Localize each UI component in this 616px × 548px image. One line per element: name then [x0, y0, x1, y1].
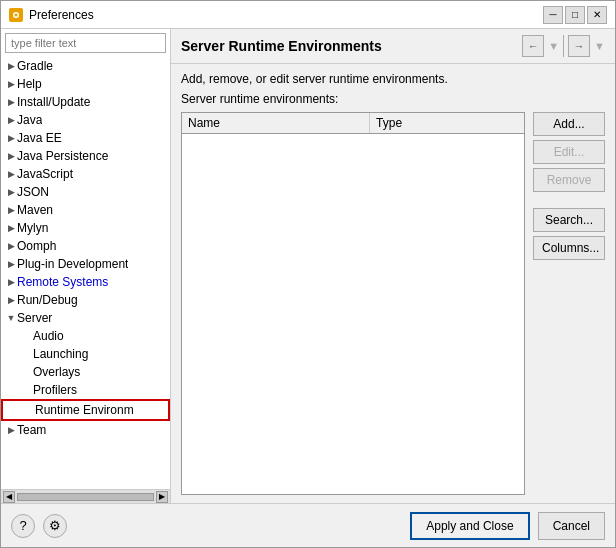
sidebar-item-label: Run/Debug	[17, 293, 78, 307]
minimize-button[interactable]: ─	[543, 6, 563, 24]
sidebar-item-help[interactable]: ▶ Help	[1, 75, 170, 93]
cancel-button[interactable]: Cancel	[538, 512, 605, 540]
sidebar-item-label: Oomph	[17, 239, 56, 253]
expand-arrow: ▶	[5, 205, 17, 215]
settings-button[interactable]: ⚙	[43, 514, 67, 538]
env-table-area: Name Type Add... Edit... Remove Search..…	[181, 112, 605, 495]
sidebar-item-server-runtime[interactable]: Runtime Environm	[1, 399, 170, 421]
sidebar-item-plugin-dev[interactable]: ▶ Plug-in Development	[1, 255, 170, 273]
sidebar-item-label: Plug-in Development	[17, 257, 128, 271]
sidebar-item-label: Java Persistence	[17, 149, 108, 163]
expand-arrow: ▼	[5, 313, 17, 323]
expand-arrow: ▶	[5, 223, 17, 233]
sidebar-item-java-ee[interactable]: ▶ Java EE	[1, 129, 170, 147]
settings-icon: ⚙	[49, 518, 61, 533]
close-button[interactable]: ✕	[587, 6, 607, 24]
description-text: Add, remove, or edit server runtime envi…	[181, 72, 605, 86]
sidebar-item-mylyn[interactable]: ▶ Mylyn	[1, 219, 170, 237]
scroll-left-arrow[interactable]: ◀	[3, 491, 15, 503]
preferences-window: Preferences ─ □ ✕ ▶ Gradle ▶ Help	[0, 0, 616, 548]
sidebar-item-label: Java EE	[17, 131, 62, 145]
expand-arrow: ▶	[5, 259, 17, 269]
help-icon: ?	[19, 518, 26, 533]
sidebar-item-label: Remote Systems	[17, 275, 108, 289]
env-table-body[interactable]	[182, 134, 524, 494]
sidebar-item-label: Runtime Environm	[35, 403, 134, 417]
sidebar-item-remote-systems[interactable]: ▶ Remote Systems	[1, 273, 170, 291]
sidebar-item-label: Maven	[17, 203, 53, 217]
sidebar-item-server-overlays[interactable]: Overlays	[1, 363, 170, 381]
sidebar-scrollbar-x[interactable]: ◀ ▶	[1, 489, 170, 503]
expand-arrow: ▶	[5, 169, 17, 179]
remove-button[interactable]: Remove	[533, 168, 605, 192]
sidebar-item-java[interactable]: ▶ Java	[1, 111, 170, 129]
sidebar-item-team[interactable]: ▶ Team	[1, 421, 170, 439]
scroll-right-arrow[interactable]: ▶	[156, 491, 168, 503]
footer: ? ⚙ Apply and Close Cancel	[1, 503, 615, 547]
maximize-button[interactable]: □	[565, 6, 585, 24]
expand-arrow: ▶	[5, 61, 17, 71]
svg-point-2	[15, 13, 18, 16]
env-table: Name Type	[181, 112, 525, 495]
window-title: Preferences	[29, 8, 94, 22]
apply-close-button[interactable]: Apply and Close	[410, 512, 529, 540]
panel-title: Server Runtime Environments	[181, 38, 382, 54]
right-body: Add, remove, or edit server runtime envi…	[171, 64, 615, 503]
sidebar-item-label: Audio	[33, 329, 64, 343]
edit-button[interactable]: Edit...	[533, 140, 605, 164]
expand-arrow: ▶	[5, 151, 17, 161]
expand-arrow: ▶	[5, 241, 17, 251]
sidebar-item-label: JSON	[17, 185, 49, 199]
columns-button[interactable]: Columns...	[533, 236, 605, 260]
sidebar-item-gradle[interactable]: ▶ Gradle	[1, 57, 170, 75]
nav-separator: ▼	[548, 40, 559, 52]
scroll-thumb[interactable]	[17, 493, 154, 501]
search-button[interactable]: Search...	[533, 208, 605, 232]
sidebar-item-server-audio[interactable]: Audio	[1, 327, 170, 345]
expand-arrow: ▶	[5, 425, 17, 435]
title-controls: ─ □ ✕	[543, 6, 607, 24]
footer-right: Apply and Close Cancel	[410, 512, 605, 540]
sidebar-item-label: Profilers	[33, 383, 77, 397]
sidebar-item-label: JavaScript	[17, 167, 73, 181]
env-buttons: Add... Edit... Remove Search... Columns.…	[533, 112, 605, 495]
sidebar-item-server-launching[interactable]: Launching	[1, 345, 170, 363]
forward-button[interactable]: →	[568, 35, 590, 57]
sidebar-item-json[interactable]: ▶ JSON	[1, 183, 170, 201]
sidebar: ▶ Gradle ▶ Help ▶ Install/Update ▶ Java	[1, 29, 171, 503]
title-bar-left: Preferences	[9, 8, 94, 22]
expand-arrow: ▶	[5, 115, 17, 125]
button-spacer	[533, 196, 605, 204]
right-header: Server Runtime Environments ← ▼ → ▼	[171, 29, 615, 64]
sidebar-item-label: Java	[17, 113, 42, 127]
expand-arrow: ▶	[5, 187, 17, 197]
expand-arrow: ▶	[5, 295, 17, 305]
add-button[interactable]: Add...	[533, 112, 605, 136]
sidebar-item-run-debug[interactable]: ▶ Run/Debug	[1, 291, 170, 309]
help-button[interactable]: ?	[11, 514, 35, 538]
filter-input[interactable]	[5, 33, 166, 53]
nav-arrows: ← ▼ → ▼	[522, 35, 605, 57]
sidebar-item-maven[interactable]: ▶ Maven	[1, 201, 170, 219]
sidebar-item-label: Mylyn	[17, 221, 48, 235]
sidebar-item-label: Overlays	[33, 365, 80, 379]
sidebar-item-server[interactable]: ▼ Server	[1, 309, 170, 327]
sidebar-item-label: Install/Update	[17, 95, 90, 109]
sidebar-item-oomph[interactable]: ▶ Oomph	[1, 237, 170, 255]
sidebar-item-install-update[interactable]: ▶ Install/Update	[1, 93, 170, 111]
env-table-header: Name Type	[182, 113, 524, 134]
window-icon	[9, 8, 23, 22]
sidebar-item-javascript[interactable]: ▶ JavaScript	[1, 165, 170, 183]
sidebar-item-server-profilers[interactable]: Profilers	[1, 381, 170, 399]
right-panel: Server Runtime Environments ← ▼ → ▼ Add,…	[171, 29, 615, 503]
back-button[interactable]: ←	[522, 35, 544, 57]
footer-left: ? ⚙	[11, 514, 67, 538]
sidebar-item-label: Team	[17, 423, 46, 437]
expand-arrow: ▶	[5, 79, 17, 89]
col-name-header: Name	[182, 113, 370, 133]
main-content: ▶ Gradle ▶ Help ▶ Install/Update ▶ Java	[1, 29, 615, 503]
expand-arrow: ▶	[5, 133, 17, 143]
expand-arrow: ▶	[5, 97, 17, 107]
sidebar-item-java-persistence[interactable]: ▶ Java Persistence	[1, 147, 170, 165]
environments-label: Server runtime environments:	[181, 92, 605, 106]
